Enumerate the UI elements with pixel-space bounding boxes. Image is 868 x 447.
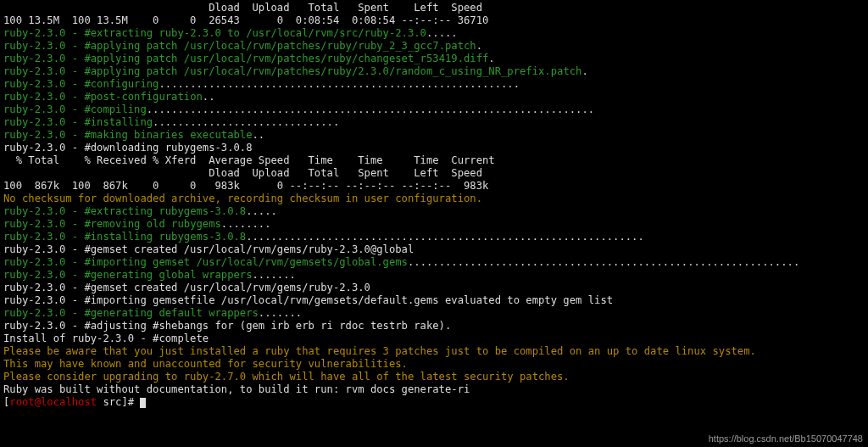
downloading-rubygems: ruby-2.3.0 - #downloading rubygems-3.0.8 [3,142,253,154]
warning-vuln: This may have known and unaccounted for … [3,358,408,370]
configuring: #configuring [84,78,159,90]
installing: #installing [84,116,153,128]
warning-upgrade: Please consider upgrading to ruby-2.7.0 … [3,371,570,383]
compiling: #compiling [84,103,146,115]
patch1: #applying patch /usr/local/rvm/patches/r… [84,40,476,52]
curl-progress: 100 867k 100 867k 0 0 983k 0 --:--:-- --… [3,180,488,192]
gemset-global: ruby-2.3.0 - #gemset created /usr/local/… [3,243,414,255]
install-complete: Install of ruby-2.3.0 - #complete [3,332,214,344]
watermark: https://blog.csdn.net/Bb15070047748 [709,433,863,444]
curl-header-2: Dload Upload Total Spent Left Speed [3,167,482,179]
generating-global-wrappers: #generating global wrappers [84,269,252,281]
cursor-block[interactable] [140,398,146,408]
doc-hint: Ruby was built without documentation, to… [3,383,470,395]
importing-default-gemset: ruby-2.3.0 - #importing gemsetfile /usr/… [3,294,613,306]
extract-action: #extracting ruby-2.3.0 to /usr/local/rvm… [84,27,426,39]
adjusting-shebangs: ruby-2.3.0 - #adjusting #shebangs for (g… [3,320,451,332]
patch2: #applying patch /usr/local/rvm/patches/r… [84,53,488,64]
progress-line: 100 13.5M 100 13.5M 0 0 26543 0 0:08:54 … [3,14,488,26]
terminal-output: Dload Upload Total Spent Left Speed 100 … [0,0,868,411]
generating-default-wrappers: #generating default wrappers [84,307,258,319]
installing-rubygems: #installing rubygems-3.0.8 [84,231,246,243]
no-checksum-warning: No checksum for downloaded archive, reco… [3,193,482,204]
removing-rubygems: #removing old rubygems [84,218,220,230]
ruby-prefix: ruby-2.3.0 - [3,27,84,39]
prompt-user: root@localhost [9,396,97,408]
progress-header: Dload Upload Total Spent Left Speed [3,2,482,14]
warning-patches: Please be aware that you just installed … [3,345,756,357]
gemset-local: ruby-2.3.0 - #gemset created /usr/local/… [3,282,370,293]
post-configuration: #post-configuration [84,91,202,103]
extract-rubygems: #extracting rubygems-3.0.8 [84,205,246,217]
patch3: #applying patch /usr/local/rvm/patches/r… [84,65,581,77]
importing-gemset: #importing gemset /usr/local/rvm/gemsets… [84,256,408,268]
prompt-path: src [97,396,121,408]
making-binaries: #making binaries executable [84,129,252,141]
curl-header-1: % Total % Received % Xferd Average Speed… [3,154,495,166]
